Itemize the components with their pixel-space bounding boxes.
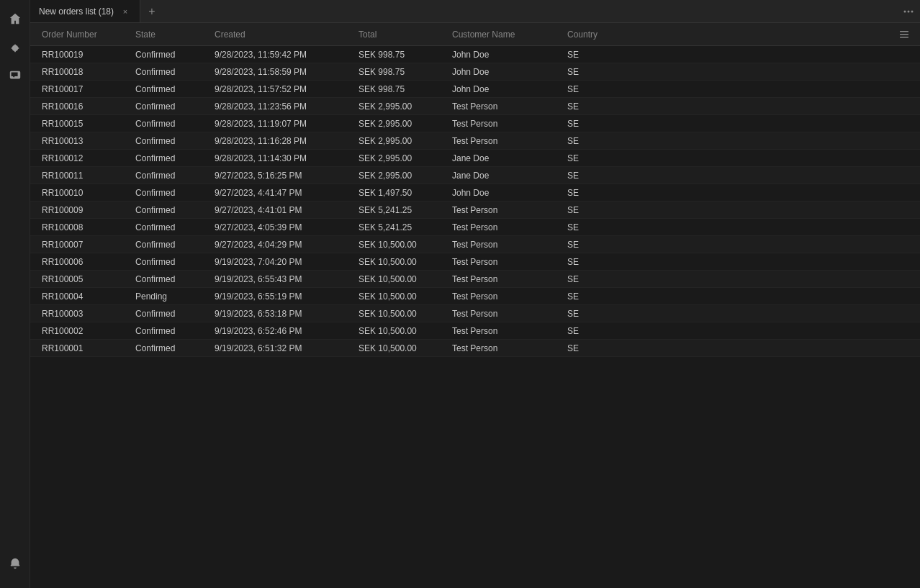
cell-total: SEK 10,500.00 — [353, 240, 446, 250]
cell-total: SEK 2,995.00 — [353, 171, 446, 181]
cell-total: SEK 2,995.00 — [353, 136, 446, 146]
cell-order-number: RR100002 — [36, 326, 130, 336]
tab-bar: New orders list (18) × + — [30, 0, 920, 23]
table-row[interactable]: RR100006Confirmed9/19/2023, 7:04:20 PMSE… — [30, 253, 920, 271]
orders-list-tab[interactable]: New orders list (18) × — [30, 0, 140, 22]
cell-customer-name: Test Person — [446, 326, 562, 336]
home-icon[interactable] — [2, 6, 28, 32]
table-row[interactable]: RR100007Confirmed9/27/2023, 4:04:29 PMSE… — [30, 236, 920, 253]
table-row[interactable]: RR100010Confirmed9/27/2023, 4:41:47 PMSE… — [30, 184, 920, 202]
cell-order-number: RR100005 — [36, 274, 130, 284]
table-row[interactable]: RR100012Confirmed9/28/2023, 11:14:30 PMS… — [30, 150, 920, 167]
tab-more-button[interactable] — [897, 0, 920, 22]
cell-country: SE — [562, 119, 633, 129]
col-header-order-number[interactable]: Order Number — [36, 30, 130, 40]
inbox-icon[interactable] — [2, 63, 28, 89]
cell-country: SE — [562, 153, 633, 163]
tab-add-button[interactable]: + — [140, 0, 163, 22]
cell-created: 9/27/2023, 5:16:25 PM — [209, 171, 353, 181]
cell-state: Confirmed — [130, 119, 209, 129]
table-row[interactable]: RR100019Confirmed9/28/2023, 11:59:42 PMS… — [30, 46, 920, 63]
cell-country: SE — [562, 101, 633, 112]
cell-created: 9/19/2023, 6:55:43 PM — [209, 274, 353, 284]
table-row[interactable]: RR100001Confirmed9/19/2023, 6:51:32 PMSE… — [30, 340, 920, 357]
cell-created: 9/27/2023, 4:05:39 PM — [209, 222, 353, 232]
table-row[interactable]: RR100008Confirmed9/27/2023, 4:05:39 PMSE… — [30, 219, 920, 236]
svg-rect-4 — [900, 34, 908, 35]
cell-order-number: RR100011 — [36, 171, 130, 181]
cell-customer-name: Test Person — [446, 205, 562, 215]
cell-created: 9/27/2023, 4:41:01 PM — [209, 205, 353, 215]
cell-created: 9/28/2023, 11:19:07 PM — [209, 119, 353, 129]
settings-icon[interactable] — [2, 35, 28, 60]
bell-icon[interactable] — [2, 551, 28, 576]
svg-rect-5 — [900, 37, 908, 38]
col-header-country[interactable]: Country — [562, 30, 633, 40]
cell-country: SE — [562, 326, 633, 336]
cell-total: SEK 2,995.00 — [353, 101, 446, 112]
cell-created: 9/28/2023, 11:59:42 PM — [209, 50, 353, 60]
cell-state: Confirmed — [130, 153, 209, 163]
cell-total: SEK 2,995.00 — [353, 153, 446, 163]
sidebar — [0, 0, 30, 588]
cell-customer-name: John Doe — [446, 84, 562, 94]
table-row[interactable]: RR100013Confirmed9/28/2023, 11:16:28 PMS… — [30, 132, 920, 150]
cell-country: SE — [562, 205, 633, 215]
cell-customer-name: Jane Doe — [446, 153, 562, 163]
table-row[interactable]: RR100016Confirmed9/28/2023, 11:23:56 PMS… — [30, 98, 920, 115]
cell-total: SEK 10,500.00 — [353, 257, 446, 267]
cell-state: Confirmed — [130, 84, 209, 94]
cell-state: Confirmed — [130, 326, 209, 336]
cell-country: SE — [562, 309, 633, 319]
cell-country: SE — [562, 222, 633, 232]
col-header-state[interactable]: State — [130, 30, 209, 40]
table-row[interactable]: RR100005Confirmed9/19/2023, 6:55:43 PMSE… — [30, 271, 920, 288]
cell-order-number: RR100001 — [36, 343, 130, 353]
cell-country: SE — [562, 274, 633, 284]
cell-total: SEK 1,497.50 — [353, 188, 446, 198]
cell-state: Confirmed — [130, 257, 209, 267]
column-settings-icon[interactable] — [894, 24, 914, 45]
cell-total: SEK 998.75 — [353, 67, 446, 77]
cell-order-number: RR100007 — [36, 240, 130, 250]
cell-country: SE — [562, 343, 633, 353]
cell-created: 9/28/2023, 11:14:30 PM — [209, 153, 353, 163]
cell-state: Confirmed — [130, 188, 209, 198]
cell-state: Confirmed — [130, 274, 209, 284]
cell-created: 9/28/2023, 11:16:28 PM — [209, 136, 353, 146]
tab-close-button[interactable]: × — [119, 6, 131, 17]
cell-state: Confirmed — [130, 343, 209, 353]
cell-customer-name: Test Person — [446, 257, 562, 267]
col-header-customer-name[interactable]: Customer Name — [446, 30, 562, 40]
table-row[interactable]: RR100015Confirmed9/28/2023, 11:19:07 PMS… — [30, 115, 920, 132]
cell-country: SE — [562, 257, 633, 267]
table-row[interactable]: RR100003Confirmed9/19/2023, 6:53:18 PMSE… — [30, 305, 920, 322]
col-header-created[interactable]: Created — [209, 30, 353, 40]
cell-order-number: RR100018 — [36, 67, 130, 77]
cell-customer-name: Test Person — [446, 136, 562, 146]
table-row[interactable]: RR100009Confirmed9/27/2023, 4:41:01 PMSE… — [30, 202, 920, 219]
table-row[interactable]: RR100002Confirmed9/19/2023, 6:52:46 PMSE… — [30, 322, 920, 340]
cell-created: 9/19/2023, 6:51:32 PM — [209, 343, 353, 353]
cell-order-number: RR100017 — [36, 84, 130, 94]
cell-order-number: RR100012 — [36, 153, 130, 163]
cell-order-number: RR100019 — [36, 50, 130, 60]
cell-country: SE — [562, 67, 633, 77]
cell-order-number: RR100013 — [36, 136, 130, 146]
cell-state: Confirmed — [130, 67, 209, 77]
cell-created: 9/28/2023, 11:58:59 PM — [209, 67, 353, 77]
table-row[interactable]: RR100004Pending9/19/2023, 6:55:19 PMSEK … — [30, 288, 920, 305]
svg-rect-3 — [900, 31, 908, 32]
cell-state: Confirmed — [130, 101, 209, 112]
cell-customer-name: John Doe — [446, 188, 562, 198]
cell-state: Confirmed — [130, 205, 209, 215]
cell-order-number: RR100004 — [36, 291, 130, 302]
col-header-total[interactable]: Total — [353, 30, 446, 40]
cell-customer-name: John Doe — [446, 50, 562, 60]
table-row[interactable]: RR100011Confirmed9/27/2023, 5:16:25 PMSE… — [30, 167, 920, 184]
cell-customer-name: John Doe — [446, 67, 562, 77]
table-row[interactable]: RR100018Confirmed9/28/2023, 11:58:59 PMS… — [30, 63, 920, 81]
cell-country: SE — [562, 50, 633, 60]
cell-total: SEK 998.75 — [353, 84, 446, 94]
table-row[interactable]: RR100017Confirmed9/28/2023, 11:57:52 PMS… — [30, 81, 920, 98]
